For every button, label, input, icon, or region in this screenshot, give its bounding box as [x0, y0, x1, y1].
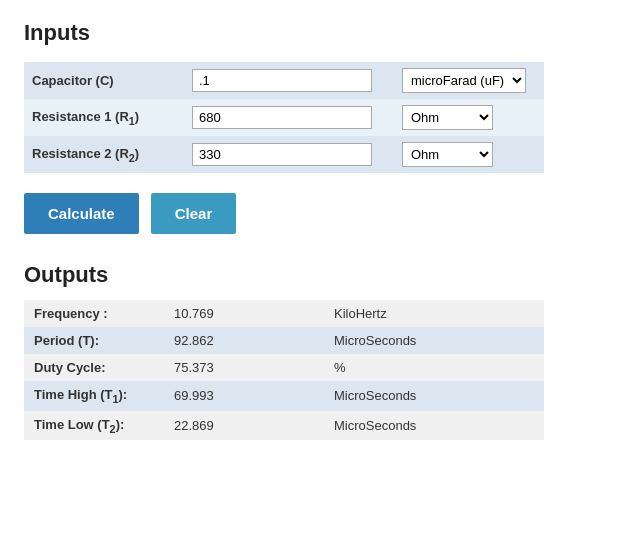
input-row-resistance2: Resistance 2 (R2) Ohm KiloOhm MegaOhm [24, 136, 544, 173]
resistance2-input-cell [184, 136, 394, 173]
input-row-capacitor: Capacitor (C) microFarad (uF) nanoFarad … [24, 62, 544, 99]
time-low-value: 22.869 [164, 411, 324, 441]
duty-cycle-unit: % [324, 354, 544, 381]
capacitor-unit-select[interactable]: microFarad (uF) nanoFarad (nF) picoFarad… [402, 68, 526, 93]
outputs-table: Frequency : 10.769 KiloHertz Period (T):… [24, 300, 544, 440]
resistance2-unit-select[interactable]: Ohm KiloOhm MegaOhm [402, 142, 493, 167]
resistance2-label: Resistance 2 (R2) [24, 136, 184, 173]
inputs-title: Inputs [24, 20, 619, 46]
output-row-duty-cycle: Duty Cycle: 75.373 % [24, 354, 544, 381]
resistance1-unit-select[interactable]: Ohm KiloOhm MegaOhm [402, 105, 493, 130]
output-row-time-high: Time High (T1): 69.993 MicroSeconds [24, 381, 544, 411]
period-unit: MicroSeconds [324, 327, 544, 354]
capacitor-unit-cell: microFarad (uF) nanoFarad (nF) picoFarad… [394, 62, 544, 99]
time-high-value: 69.993 [164, 381, 324, 411]
frequency-value: 10.769 [164, 300, 324, 327]
capacitor-label: Capacitor (C) [24, 62, 184, 99]
resistance1-label: Resistance 1 (R1) [24, 99, 184, 136]
resistance1-input-cell [184, 99, 394, 136]
output-row-time-low: Time Low (T2): 22.869 MicroSeconds [24, 411, 544, 441]
period-value: 92.862 [164, 327, 324, 354]
outputs-title: Outputs [24, 262, 619, 288]
capacitor-input[interactable] [192, 69, 372, 92]
input-row-resistance1: Resistance 1 (R1) Ohm KiloOhm MegaOhm [24, 99, 544, 136]
resistance2-input[interactable] [192, 143, 372, 166]
frequency-label: Frequency : [24, 300, 164, 327]
duty-cycle-value: 75.373 [164, 354, 324, 381]
output-row-frequency: Frequency : 10.769 KiloHertz [24, 300, 544, 327]
frequency-unit: KiloHertz [324, 300, 544, 327]
resistance1-unit-cell: Ohm KiloOhm MegaOhm [394, 99, 544, 136]
button-row: Calculate Clear [24, 193, 619, 234]
period-label: Period (T): [24, 327, 164, 354]
resistance2-unit-cell: Ohm KiloOhm MegaOhm [394, 136, 544, 173]
inputs-table: Capacitor (C) microFarad (uF) nanoFarad … [24, 62, 544, 173]
duty-cycle-label: Duty Cycle: [24, 354, 164, 381]
output-row-period: Period (T): 92.862 MicroSeconds [24, 327, 544, 354]
time-low-label: Time Low (T2): [24, 411, 164, 441]
time-low-unit: MicroSeconds [324, 411, 544, 441]
clear-button[interactable]: Clear [151, 193, 237, 234]
calculate-button[interactable]: Calculate [24, 193, 139, 234]
capacitor-input-cell [184, 62, 394, 99]
resistance1-input[interactable] [192, 106, 372, 129]
time-high-label: Time High (T1): [24, 381, 164, 411]
time-high-unit: MicroSeconds [324, 381, 544, 411]
